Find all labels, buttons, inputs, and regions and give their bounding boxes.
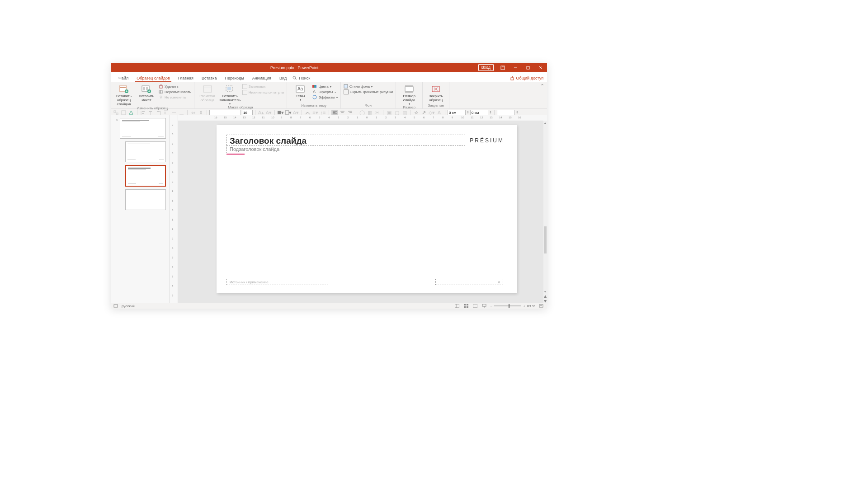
scroll-thumb[interactable] — [544, 226, 547, 253]
colors-icon — [312, 84, 317, 89]
svg-rect-8 — [511, 78, 514, 80]
slide[interactable]: Заголовок слайда Подзаголовок слайда PRÉ… — [217, 125, 517, 293]
scroll-up-button[interactable]: ▴ — [543, 121, 547, 125]
svg-line-7 — [295, 79, 297, 80]
rename-button[interactable]: Переименовать — [159, 89, 191, 94]
hide-bg-graphics-checkbox[interactable]: Скрыть фоновые рисунки — [344, 89, 393, 95]
qa-bullets-button: ≡▾ — [312, 110, 319, 116]
reading-view-button[interactable] — [472, 304, 478, 308]
qa-text-align-left-button[interactable] — [331, 110, 338, 116]
thumbnail-layout-3[interactable] — [125, 189, 166, 210]
group-close: Закрыть образец Закрытие — [423, 82, 449, 108]
svg-rect-76 — [482, 304, 486, 306]
svg-rect-56 — [165, 112, 165, 114]
qa-selection-pane-button: ▤ — [401, 110, 408, 116]
themes-button[interactable]: AaТемы▾ — [290, 84, 311, 101]
group-size: Размер слайда▾ Размер — [396, 82, 423, 108]
insert-placeholder-button[interactable]: Вставить заполнитель▾ — [220, 84, 241, 105]
svg-rect-16 — [146, 87, 148, 90]
svg-rect-45 — [116, 113, 118, 115]
ribbon-display-options-button[interactable] — [496, 63, 509, 72]
delete-button[interactable]: Удалить — [159, 84, 191, 89]
qa-star-button[interactable]: ☆ — [413, 110, 420, 116]
share-button[interactable]: Общий доступ — [510, 76, 543, 82]
slideshow-button[interactable] — [481, 304, 487, 308]
effects-button[interactable]: Эффекты▾ — [312, 94, 337, 100]
normal-view-button[interactable] — [454, 304, 460, 308]
thumbnail-master[interactable] — [120, 118, 166, 139]
group-edit-master: Вставить образец слайдов Вставить макет … — [111, 82, 194, 108]
svg-rect-38 — [405, 87, 413, 91]
font-family-input[interactable] — [209, 110, 241, 115]
group-edit-theme: AaТемы▾ Цвета▾ AШрифты▾ Эффекты▾ Изменит… — [287, 82, 340, 108]
zoom-out-button[interactable]: − — [490, 304, 492, 308]
subtitle-placeholder[interactable]: Подзаголовок слайда — [226, 145, 465, 153]
minimize-button[interactable] — [509, 63, 522, 72]
svg-point-36 — [313, 95, 316, 99]
tab-slide-master[interactable]: Образец слайдов — [132, 76, 174, 82]
vertical-scrollbar[interactable]: ▴ ▾ ⯅ ⯆ — [543, 121, 547, 303]
close-button[interactable] — [534, 63, 547, 72]
close-master-button[interactable]: Закрыть образец — [425, 84, 446, 103]
svg-text:Aa: Aa — [297, 86, 303, 91]
spellcheck-icon[interactable] — [113, 304, 118, 308]
tab-file[interactable]: Файл — [114, 76, 132, 82]
thumbnail-layout-2[interactable] — [125, 165, 166, 187]
svg-rect-34 — [315, 85, 316, 88]
slide-size-button[interactable]: Размер слайда▾ — [399, 84, 420, 105]
svg-rect-60 — [285, 111, 289, 114]
thumbnail-layout-1[interactable] — [125, 141, 166, 162]
prev-slide-button[interactable]: ⯅ — [543, 294, 547, 299]
ribbon: Вставить образец слайдов Вставить макет … — [111, 82, 547, 109]
shape-extra-input[interactable] — [497, 110, 515, 115]
tab-animation[interactable]: Анимация — [248, 76, 275, 82]
slide-canvas-area[interactable]: 1615141312111098765432101234567891011121… — [178, 115, 547, 303]
qa-shape-outline-button[interactable]: ▾ — [285, 110, 292, 116]
shape-height-input[interactable] — [448, 110, 466, 115]
scroll-down-button[interactable]: ▾ — [543, 290, 547, 294]
title-placeholder[interactable]: Заголовок слайда — [226, 135, 465, 145]
zoom-level[interactable]: 83 % — [527, 304, 535, 308]
qa-decrease-font-button: A▾ — [265, 110, 272, 116]
tab-transitions[interactable]: Переходы — [221, 76, 248, 82]
shape-width-input[interactable] — [470, 110, 488, 115]
qa-text-align-center-button[interactable] — [339, 110, 346, 116]
qa-table-button: ▦ — [366, 110, 373, 116]
fit-to-window-button[interactable] — [538, 304, 544, 308]
svg-rect-72 — [467, 304, 468, 305]
search-box[interactable]: Поиск — [292, 76, 310, 82]
master-layout-button: Разметка образца — [197, 84, 218, 103]
tab-home[interactable]: Главная — [174, 76, 198, 82]
qa-line-spacing-button: ↕≡ — [320, 110, 326, 116]
title-checkbox: Заголовок — [242, 84, 284, 89]
source-placeholder[interactable]: Источник / примечание — [226, 279, 328, 285]
menubar: Файл Образец слайдов Главная Вставка Пер… — [111, 72, 547, 82]
language-button[interactable]: русский — [122, 304, 135, 308]
svg-rect-68 — [114, 305, 118, 307]
qa-shape-fill-button[interactable]: ▾ — [277, 110, 284, 116]
group-master-layout: Разметка образца Вставить заполнитель▾ З… — [194, 82, 288, 108]
svg-rect-15 — [143, 87, 145, 90]
pin-icon — [159, 95, 163, 99]
zoom-slider[interactable] — [494, 305, 521, 306]
colors-button[interactable]: Цвета▾ — [312, 84, 337, 89]
maximize-button[interactable] — [522, 63, 534, 72]
qa-text-align-right-button[interactable] — [347, 110, 354, 116]
qa-arrow-button[interactable]: ↗ — [420, 110, 427, 116]
qa-change-shape-button: ◇▾ — [428, 110, 435, 116]
collapse-ribbon-button[interactable]: ⌃ — [540, 83, 544, 89]
insert-slide-master-button[interactable]: Вставить образец слайдов — [113, 84, 134, 106]
page-number-placeholder[interactable]: # — [435, 279, 503, 285]
zoom-in-button[interactable]: + — [523, 304, 525, 308]
background-styles-button[interactable]: Стили фона▾ — [344, 84, 393, 89]
tab-insert[interactable]: Вставка — [198, 76, 221, 82]
tab-view[interactable]: Вид — [275, 76, 291, 82]
sorter-view-button[interactable] — [463, 304, 469, 308]
qa-edit-points-button[interactable] — [304, 110, 311, 116]
login-button[interactable]: Вход — [478, 64, 494, 71]
font-size-input[interactable] — [242, 110, 253, 115]
vertical-ruler: 9876543210123456789 — [170, 115, 178, 303]
svg-rect-75 — [473, 304, 477, 308]
insert-layout-button[interactable]: Вставить макет — [136, 84, 157, 103]
fonts-button[interactable]: AШрифты▾ — [312, 89, 337, 94]
